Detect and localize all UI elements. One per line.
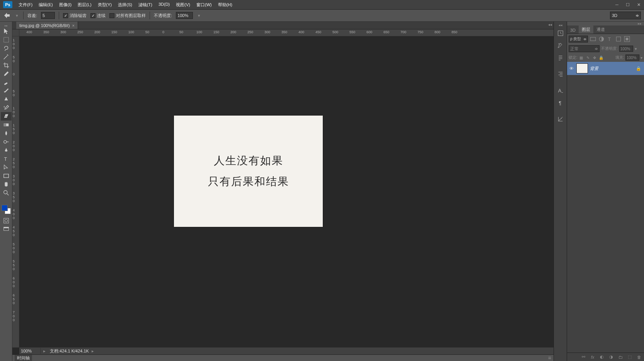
group-icon[interactable]: 🗀 — [618, 354, 623, 360]
horizontal-ruler[interactable]: 4003503002502001501005005010015020025030… — [19, 29, 554, 36]
menu-3D(D)[interactable]: 3D(D) — [155, 0, 173, 9]
quick-mask-tool[interactable] — [1, 216, 12, 225]
tab-collapse-icon[interactable]: ◂◂ — [547, 22, 554, 27]
tab-3d[interactable]: 3D — [567, 27, 579, 34]
menu-图像(I)[interactable]: 图像(I) — [56, 0, 75, 9]
zoom-input[interactable]: 100% — [19, 348, 41, 354]
contiguous-checkbox[interactable] — [90, 13, 95, 18]
doc-info-arrow-icon[interactable]: ▸ — [90, 349, 95, 354]
adjustments-panel-icon[interactable] — [555, 114, 566, 124]
eyedropper-tool[interactable] — [1, 70, 12, 78]
layer-opacity-input[interactable]: 100% — [619, 46, 633, 52]
maximize-button[interactable]: ☐ — [622, 1, 633, 9]
menu-视图(V)[interactable]: 视图(V) — [173, 0, 193, 9]
workspace-mode-select[interactable]: 3D≑ — [610, 12, 641, 19]
layer-name[interactable]: 背景 — [590, 66, 598, 72]
layers-list[interactable]: 👁 背景 🔒 — [567, 62, 644, 352]
properties-panel-icon[interactable] — [555, 40, 566, 51]
lock-pixels-icon[interactable]: ✎ — [585, 55, 591, 60]
toolbox-arrow-icon[interactable]: ▸▸ — [0, 24, 12, 27]
zoom-tool[interactable] — [1, 189, 12, 197]
canvas[interactable]: 人生没有如果 只有后果和结果 — [174, 116, 323, 227]
current-tool-icon[interactable] — [3, 12, 11, 19]
menu-选择(S)[interactable]: 选择(S) — [115, 0, 135, 9]
horizontal-scrollbar[interactable] — [107, 349, 546, 353]
antialias-checkbox[interactable] — [63, 13, 68, 18]
canvas-viewport[interactable]: 人生没有如果 只有后果和结果 — [19, 36, 554, 347]
lock-transparency-icon[interactable]: ▦ — [579, 55, 584, 60]
menu-文件(F)[interactable]: 文件(F) — [15, 0, 36, 9]
filter-smart-icon[interactable] — [624, 36, 630, 43]
filter-type-icon[interactable]: T — [607, 36, 613, 43]
layer-mask-icon[interactable]: ◐ — [599, 354, 605, 360]
blend-mode-select[interactable]: 正常≑ — [569, 45, 600, 52]
dodge-tool[interactable] — [1, 138, 12, 146]
tab-layers[interactable]: 图层 — [579, 26, 593, 34]
panels-collapse-icon[interactable]: ▸▸ — [567, 22, 644, 26]
document-tab[interactable]: timg.jpg @ 100%(RGB/8#) × — [16, 22, 78, 29]
ruler-origin[interactable] — [12, 29, 19, 36]
menu-图层(L)[interactable]: 图层(L) — [75, 0, 94, 9]
filter-pixel-icon[interactable] — [589, 36, 596, 43]
history-brush-tool[interactable] — [1, 104, 12, 112]
hand-tool[interactable] — [1, 180, 12, 189]
tool-preset-dropdown[interactable]: ▾ — [15, 13, 19, 18]
gradient-tool[interactable] — [1, 121, 12, 129]
move-tool[interactable] — [1, 27, 12, 36]
brush-panel-icon[interactable] — [555, 53, 566, 63]
adjustment-layer-icon[interactable]: ◑ — [608, 354, 614, 360]
filter-type-select[interactable]: ρ 类型≑ — [569, 36, 588, 43]
vertical-ruler[interactable]: 1005005010015020025030035040045050055060… — [12, 36, 19, 347]
pen-tool[interactable] — [1, 146, 12, 155]
tab-channels[interactable]: 通道 — [593, 26, 608, 34]
filter-adjustment-icon[interactable] — [598, 36, 605, 43]
menu-帮助(H)[interactable]: 帮助(H) — [215, 0, 235, 9]
new-layer-icon[interactable]: ⬚ — [627, 354, 632, 360]
lock-all-icon[interactable]: 🔒 — [598, 55, 604, 60]
delete-layer-icon[interactable]: 🗑 — [636, 354, 642, 360]
doc-info-icon[interactable]: ▸ — [41, 349, 48, 354]
foreground-color-swatch[interactable] — [2, 205, 8, 211]
document-area: timg.jpg @ 100%(RGB/8#) × ◂◂ 40035030025… — [12, 22, 554, 361]
eraser-tool[interactable] — [1, 112, 12, 121]
menu-窗口(W)[interactable]: 窗口(W) — [193, 0, 215, 9]
paragraph-style-panel-icon[interactable]: ¶ — [555, 97, 566, 108]
sample-all-checkbox[interactable] — [109, 13, 114, 18]
history-panel-icon[interactable] — [555, 28, 566, 39]
blur-tool[interactable] — [1, 129, 12, 138]
menu-类型(Y)[interactable]: 类型(Y) — [95, 0, 115, 9]
menu-编辑(E)[interactable]: 编辑(E) — [36, 0, 56, 9]
menu-滤镜(T)[interactable]: 滤镜(T) — [135, 0, 155, 9]
opacity-input[interactable]: 100% — [176, 12, 193, 19]
marquee-tool[interactable] — [1, 36, 12, 44]
timeline-tab[interactable]: 时间轴 — [15, 355, 32, 361]
filter-shape-icon[interactable] — [615, 36, 622, 43]
tolerance-input[interactable] — [41, 12, 55, 19]
layer-row[interactable]: 👁 背景 🔒 — [567, 62, 644, 75]
color-swatches[interactable] — [0, 205, 12, 216]
lasso-tool[interactable] — [1, 44, 12, 53]
clone-stamp-tool[interactable] — [1, 95, 12, 104]
tab-close-icon[interactable]: × — [72, 23, 74, 28]
fill-input[interactable]: 100% — [625, 54, 639, 61]
path-selection-tool[interactable] — [1, 163, 12, 172]
healing-brush-tool[interactable] — [1, 78, 12, 87]
opacity-dropdown[interactable]: ▾ — [197, 13, 201, 18]
screen-mode-tool[interactable] — [1, 225, 12, 233]
visibility-toggle-icon[interactable]: 👁 — [568, 66, 574, 71]
dock-expand-icon[interactable]: ◂◂ — [554, 23, 567, 27]
type-tool[interactable]: T — [1, 155, 12, 163]
lock-position-icon[interactable]: ✥ — [592, 55, 597, 60]
close-button[interactable]: ✕ — [633, 1, 644, 9]
character-panel-icon[interactable]: A — [555, 85, 566, 96]
magic-wand-tool[interactable] — [1, 53, 12, 61]
layer-style-icon[interactable]: fx — [590, 354, 595, 360]
paragraph-panel-icon[interactable] — [555, 69, 566, 80]
timeline-menu-icon[interactable]: ≡ — [548, 355, 551, 361]
layer-thumbnail[interactable] — [576, 63, 588, 73]
rectangle-tool[interactable] — [1, 172, 12, 180]
brush-tool[interactable] — [1, 87, 12, 95]
minimize-button[interactable]: ─ — [612, 1, 622, 9]
crop-tool[interactable] — [1, 61, 12, 70]
link-layers-icon[interactable]: ⚯ — [581, 354, 586, 360]
